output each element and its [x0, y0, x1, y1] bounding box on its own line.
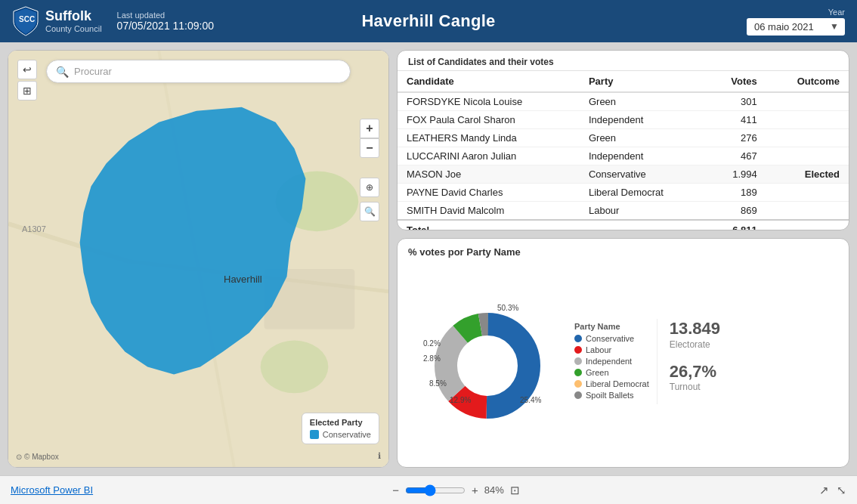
- elected-party-legend: Elected Party Conservative: [302, 413, 379, 444]
- map-locate-button[interactable]: ⊕: [360, 178, 379, 197]
- map-zoom-in-button[interactable]: +: [360, 119, 379, 138]
- map-undo-button[interactable]: ↩: [17, 60, 37, 79]
- electorate-value: 13.849: [670, 319, 720, 339]
- map-magnify-button[interactable]: 🔍: [360, 202, 379, 221]
- candidate-party: Conservative: [580, 165, 706, 184]
- map-zoom-out-button[interactable]: −: [360, 138, 379, 158]
- donut-chart: 50.3% 25.4% 12.9% 8.5% 2.8% 0.2%: [408, 298, 567, 426]
- chart-title: % votes por Party Name: [408, 246, 838, 258]
- col-party: Party: [580, 71, 706, 92]
- candidate-votes: 411: [706, 111, 766, 129]
- chart-legend: Party Name Conservative Labour Independe…: [574, 322, 649, 402]
- mapbox-info-button[interactable]: ℹ: [378, 451, 381, 461]
- last-updated-value: 07/05/2021 11:09:00: [117, 20, 214, 32]
- chart-label-labour: 12.9%: [450, 396, 471, 404]
- right-panel: List of Candidates and their votes Candi…: [397, 50, 849, 468]
- map-fullscreen-button[interactable]: ⊞: [17, 81, 37, 100]
- turnout-value: 26,7%: [670, 362, 720, 382]
- main-content: Haverhill A1307 🔍 Procurar ↩ ⊞ + − ⊕ 🔍 E…: [0, 42, 857, 475]
- mapbox-credit: ⊙ © Mapbox: [16, 453, 59, 461]
- candidate-name: SMITH David Malcolm: [398, 202, 580, 221]
- map-background: Haverhill A1307: [8, 51, 388, 467]
- candidate-name: PAYNE David Charles: [398, 184, 580, 202]
- candidate-outcome: Elected: [766, 165, 849, 184]
- candidates-table-scroll[interactable]: Candidate Party Votes Outcome FORSDYKE N…: [398, 71, 849, 230]
- legend-label: Labour: [586, 345, 611, 354]
- year-label: Year: [828, 8, 845, 17]
- legend-dot: [574, 391, 582, 399]
- legend-dot: [574, 380, 582, 388]
- legend-conservative: Conservative: [310, 430, 371, 439]
- zoom-in-button[interactable]: +: [472, 484, 478, 496]
- year-select[interactable]: 06 maio 2021: [747, 18, 845, 36]
- candidates-section-title: List of Candidates and their votes: [398, 51, 849, 71]
- legend-dot: [574, 335, 582, 342]
- turnout-label: Turnout: [670, 382, 720, 392]
- chart-label-green: 8.5%: [429, 379, 447, 388]
- candidate-name: FORSDYKE Nicola Louise: [398, 92, 580, 111]
- table-row: FOX Paula Carol Sharon Independent 411: [398, 111, 849, 129]
- powerbi-link[interactable]: Microsoft Power BI: [11, 484, 93, 496]
- legend-dot: [574, 369, 582, 376]
- candidate-name: MASON Joe: [398, 165, 580, 184]
- page-title: Haverhill Cangle: [361, 11, 495, 31]
- candidate-outcome: [766, 111, 849, 129]
- chart-panel: % votes por Party Name: [397, 238, 849, 468]
- svg-text:SCC: SCC: [19, 15, 35, 23]
- candidate-outcome: [766, 129, 849, 147]
- map-road-label: A1307: [22, 224, 46, 233]
- candidate-name: FOX Paula Carol Sharon: [398, 111, 580, 129]
- map-svg: [8, 51, 388, 467]
- search-placeholder: Procurar: [74, 66, 112, 77]
- legend-label: Independent: [586, 357, 632, 366]
- elected-legend-title: Elected Party: [310, 418, 371, 427]
- candidates-table: Candidate Party Votes Outcome FORSDYKE N…: [398, 71, 849, 230]
- legend-label: Green: [586, 368, 609, 377]
- legend-item: Liberal Democrat: [574, 379, 649, 388]
- legend-item: Independent: [574, 357, 649, 366]
- share-button[interactable]: ↗: [819, 484, 829, 497]
- col-outcome: Outcome: [766, 71, 849, 92]
- search-icon: 🔍: [56, 66, 69, 78]
- candidate-party: Independent: [580, 111, 706, 129]
- candidate-votes: 189: [706, 184, 766, 202]
- map-panel: Haverhill A1307 🔍 Procurar ↩ ⊞ + − ⊕ 🔍 E…: [8, 50, 389, 468]
- legend-label: Spoilt Ballets: [586, 391, 634, 400]
- zoom-out-button[interactable]: −: [392, 484, 399, 496]
- chart-content: 50.3% 25.4% 12.9% 8.5% 2.8% 0.2% Party N…: [408, 264, 838, 459]
- total-label: Total: [398, 220, 580, 230]
- expand-button[interactable]: ⤡: [837, 484, 846, 497]
- map-search-bar[interactable]: 🔍 Procurar: [46, 60, 351, 83]
- candidate-outcome: [766, 184, 849, 202]
- candidate-votes: 1.994: [706, 165, 766, 184]
- legend-label: Liberal Democrat: [586, 379, 649, 388]
- candidate-party: Independent: [580, 147, 706, 165]
- legend-dot: [574, 346, 582, 354]
- logo-suffolk: Suffolk: [45, 8, 102, 25]
- table-row: MASON Joe Conservative 1.994 Elected: [398, 165, 849, 184]
- chart-label-libdem: 0.2%: [423, 339, 441, 348]
- electorate-label: Electorate: [670, 339, 720, 350]
- table-row: LUCCARINI Aaron Julian Independent 467: [398, 147, 849, 165]
- zoom-slider[interactable]: [405, 484, 466, 496]
- legend-item: Green: [574, 368, 649, 377]
- total-row: Total 6.811: [398, 220, 849, 230]
- logo: SCC Suffolk County Council: [12, 5, 102, 37]
- candidate-party: Green: [580, 92, 706, 111]
- legend-item: Spoilt Ballets: [574, 391, 649, 400]
- header: SCC Suffolk County Council Last updated …: [0, 0, 857, 42]
- fullscreen-button[interactable]: ⊡: [510, 484, 520, 497]
- candidate-votes: 869: [706, 202, 766, 221]
- last-updated: Last updated 07/05/2021 11:09:00: [117, 11, 214, 32]
- zoom-level: 84%: [484, 484, 504, 496]
- conservative-color: [310, 430, 319, 439]
- candidate-votes: 467: [706, 147, 766, 165]
- year-wrapper[interactable]: 06 maio 2021 ▼: [747, 18, 845, 36]
- year-selector: Year 06 maio 2021 ▼: [747, 8, 845, 36]
- col-candidate: Candidate: [398, 71, 580, 92]
- legend-item: Labour: [574, 345, 649, 354]
- table-row: PAYNE David Charles Liberal Democrat 189: [398, 184, 849, 202]
- legend-dot: [574, 357, 582, 365]
- bottom-icons: ↗ ⤡: [819, 484, 846, 497]
- chart-label-conservative: 50.3%: [497, 304, 518, 312]
